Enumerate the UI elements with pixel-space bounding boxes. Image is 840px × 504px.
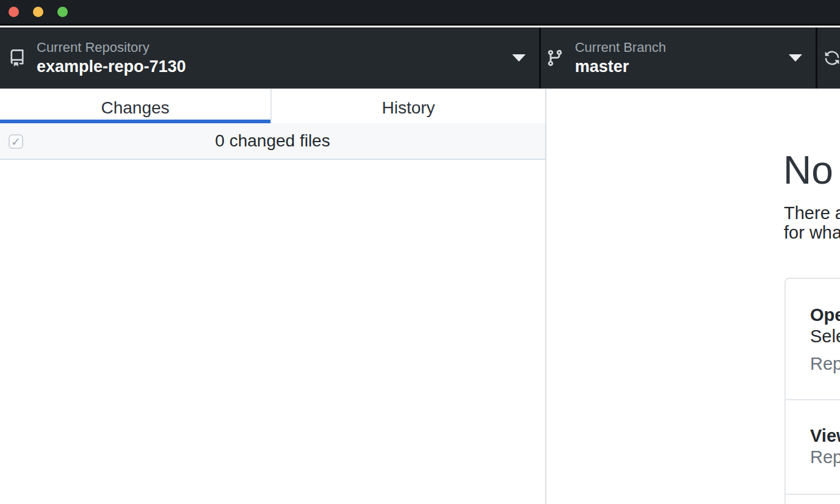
suggestion-row-clipped (786, 494, 840, 504)
zoom-button[interactable] (57, 7, 68, 17)
changed-files-header: 0 changed files ✓ (0, 123, 545, 160)
current-repository-label: Current Repository (37, 39, 186, 56)
toolbar: Current Repository example-repo-7130 Cur… (0, 27, 840, 89)
current-repository-name: example-repo-7130 (37, 56, 186, 77)
current-branch-name: master (575, 56, 666, 77)
chevron-down-icon (512, 54, 526, 62)
git-branch-icon (546, 49, 564, 67)
minimize-button[interactable] (33, 7, 43, 17)
suggestion-view-finder: View the files of your repository in Fin… (786, 399, 840, 494)
suggestion-hint: Repository menu or ⇧⌘F (810, 447, 840, 468)
description-line-2: for what to do next. (784, 223, 840, 242)
suggestion-title: View the files of your repository in Fin… (810, 425, 840, 447)
suggestion-hint: Repository menu or ⇧⌘A (810, 353, 840, 375)
select-all-checkbox[interactable]: ✓ (9, 134, 23, 149)
current-branch-dropdown[interactable]: Current Branch master (541, 27, 817, 88)
chevron-down-icon (789, 54, 802, 62)
tabbar: Changes History (0, 89, 545, 123)
current-branch-label: Current Branch (575, 39, 666, 56)
titlebar (0, 0, 840, 26)
no-local-changes-title: No local changes (783, 148, 840, 193)
no-local-changes-description: There are no uncommitted changes in this… (784, 203, 840, 242)
repo-icon (9, 49, 26, 67)
sync-icon (824, 50, 840, 66)
tab-history[interactable]: History (272, 89, 545, 123)
tab-history-label: History (382, 98, 435, 118)
fetch-origin-button[interactable] (817, 27, 840, 88)
suggestions-box: Open the repository in your external edi… (784, 278, 840, 504)
panel-divider (545, 89, 546, 504)
suggestion-title: Open the repository in your external edi… (810, 304, 840, 326)
changed-files-count: 0 changed files (0, 123, 545, 159)
current-repository-dropdown[interactable]: Current Repository example-repo-7130 (0, 27, 541, 88)
description-line-1: There are no uncommitted changes in this… (784, 203, 840, 223)
suggestion-subtitle: Select your editor in Preferences (810, 326, 840, 347)
changes-list-empty (0, 161, 544, 504)
tab-changes[interactable]: Changes (0, 89, 270, 123)
tab-changes-label: Changes (101, 98, 169, 118)
checkmark-icon: ✓ (11, 136, 21, 148)
suggestion-open-editor: Open the repository in your external edi… (786, 279, 840, 399)
close-button[interactable] (9, 7, 19, 17)
